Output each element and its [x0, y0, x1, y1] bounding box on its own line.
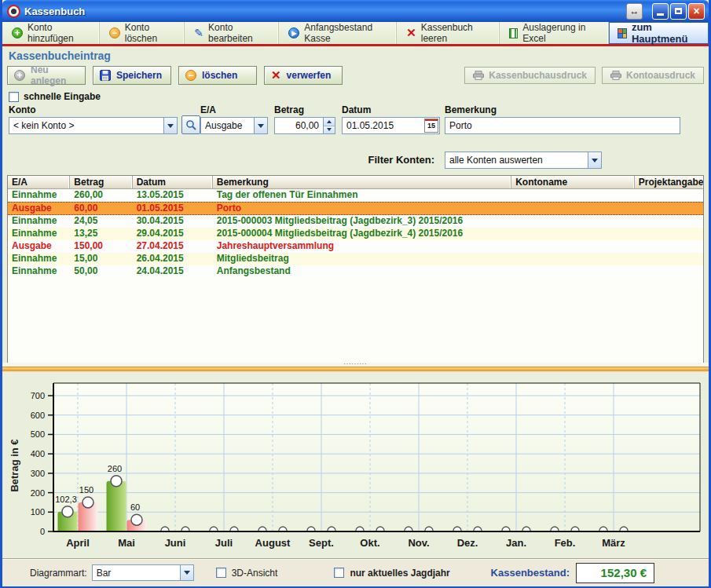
svg-text:Okt.: Okt.: [360, 537, 379, 549]
cell-betrag: 260,00: [70, 189, 132, 202]
toolbar-konto-bearbeiten[interactable]: ✎ Konto bearbeiten: [185, 22, 279, 44]
toolbar-kassenbuch-leeren[interactable]: ✕ Kassenbuch leeren: [397, 22, 500, 44]
cell-datum: 30.04.2015: [133, 215, 213, 228]
spin-down-button[interactable]: [324, 126, 335, 134]
button-label: Kassenbuchausdruck: [489, 70, 587, 81]
play-circle-icon: ▶: [288, 27, 299, 38]
dropdown-button[interactable]: [588, 152, 601, 168]
titlebar[interactable]: Kassenbuch ↔ ×: [2, 0, 709, 22]
betrag-spinner[interactable]: [323, 118, 335, 133]
toolbar-konto-loeschen[interactable]: − Konto löschen: [100, 22, 185, 44]
3d-ansicht-checkbox[interactable]: [216, 568, 226, 578]
spin-up-button[interactable]: [324, 118, 335, 126]
quick-entry-checkbox[interactable]: [9, 92, 19, 102]
cell-betrag: 50,00: [70, 265, 132, 278]
toolbar-label: Konto löschen: [125, 22, 175, 44]
neu-anlegen-button[interactable]: + Neu anlegen: [7, 66, 86, 85]
dropdown-button[interactable]: [180, 565, 193, 580]
main-menu-button[interactable]: zum Hauptmenü: [609, 22, 709, 44]
diagrammart-label: Diagrammart:: [30, 568, 87, 579]
col-ea[interactable]: E/A: [8, 176, 70, 188]
table-row[interactable]: Einnahme13,2529.04.20152015-000004 Mitgl…: [8, 228, 703, 240]
filter-konten-select[interactable]: alle Konten auswerten: [445, 152, 602, 169]
loeschen-button[interactable]: − löschen: [178, 66, 257, 85]
table-row[interactable]: Ausgabe150,0027.04.2015Jahreshauptversam…: [8, 240, 703, 253]
svg-text:600: 600: [31, 411, 45, 420]
datum-input[interactable]: 01.05.2015 15: [342, 117, 440, 134]
svg-text:Jan.: Jan.: [506, 537, 526, 549]
calendar-button[interactable]: 15: [424, 119, 438, 133]
chevron-down-icon: [592, 159, 598, 166]
toolbar-auslagerung-excel[interactable]: Auslagerung in Excel: [500, 22, 610, 44]
svg-text:Juni: Juni: [165, 537, 186, 549]
cell-projektangaben: [635, 203, 703, 214]
dropdown-button[interactable]: [163, 118, 177, 133]
svg-text:300: 300: [31, 469, 45, 478]
table-row[interactable]: Einnahme50,0024.04.2015Anfangsbestand: [8, 265, 703, 278]
bemerkung-input[interactable]: Porto: [445, 117, 680, 134]
toolbar-label: Kassenbuch leeren: [421, 22, 489, 44]
cell-bemerkung: 2015-000004 Mitgliedsbeitrag (Jagdbezirk…: [213, 228, 511, 240]
pencil-icon: ✎: [194, 27, 203, 39]
cell-betrag: 150,00: [70, 240, 132, 253]
col-betrag[interactable]: Betrag: [70, 176, 132, 188]
bemerkung-value: Porto: [445, 120, 680, 131]
plus-circle-icon: +: [12, 27, 23, 38]
entries-table: E/A Betrag Datum Bemerkung Kontoname Pro…: [7, 175, 704, 384]
maximize-button[interactable]: [670, 3, 687, 20]
svg-text:Betrag in €: Betrag in €: [9, 439, 20, 491]
table-row[interactable]: Ausgabe60,0001.05.2015Porto: [8, 202, 703, 215]
jagdjahr-option: nur aktuelles Jagdjahr: [334, 568, 449, 579]
betrag-value: 60,00: [275, 120, 323, 131]
table-row[interactable]: Einnahme24,0530.04.20152015-000003 Mitgl…: [8, 215, 703, 228]
jagdjahr-checkbox[interactable]: [334, 568, 344, 578]
betrag-input[interactable]: 60,00: [274, 117, 335, 134]
cell-ea: Einnahme: [8, 228, 70, 240]
col-bemerkung[interactable]: Bemerkung: [213, 176, 511, 188]
dropdown-button[interactable]: [254, 118, 267, 133]
cell-datum: 24.04.2015: [133, 265, 213, 278]
magnifier-icon: [185, 119, 196, 130]
ea-value: Ausgabe: [201, 120, 254, 131]
col-projektangaben[interactable]: Projektangaben: [635, 176, 703, 188]
ea-select[interactable]: Ausgabe: [200, 117, 268, 134]
splitter[interactable]: ·········: [2, 363, 709, 371]
minimize-button[interactable]: [652, 3, 669, 20]
close-button[interactable]: ×: [688, 3, 705, 20]
cell-betrag: 13,25: [70, 228, 132, 240]
toolbar-konto-hinzufuegen[interactable]: + Konto hinzufügen: [2, 22, 100, 44]
konto-search-button[interactable]: [181, 115, 200, 134]
resize-button[interactable]: ↔: [626, 3, 643, 20]
bemerkung-label: Bemerkung: [445, 104, 497, 115]
toolbar-anfangsbestand-kasse[interactable]: ▶ Anfangsbestand Kasse: [279, 22, 397, 44]
table-row[interactable]: Einnahme260,0013.05.2015Tag der offenen …: [8, 189, 703, 202]
cell-bemerkung: 2015-000003 Mitgliedsbeitrag (Jagdbezirk…: [213, 215, 511, 228]
col-datum[interactable]: Datum: [133, 176, 213, 188]
cell-projektangaben: [635, 189, 703, 202]
cell-bemerkung: Jahreshauptversammlung: [213, 240, 511, 253]
chevron-down-icon: [327, 128, 332, 133]
button-label: löschen: [202, 70, 237, 81]
entry-form: Konto < kein Konto > E/A Ausgabe Betrag …: [7, 104, 704, 152]
svg-text:150: 150: [79, 485, 93, 495]
table-body: Einnahme260,0013.05.2015Tag der offenen …: [8, 189, 703, 278]
red-x-icon: ✕: [406, 27, 416, 38]
cell-kontoname: [511, 203, 635, 214]
col-kontoname[interactable]: Kontoname: [511, 176, 635, 188]
app-window: Kassenbuch ↔ × + Konto hinzufügen − Kont…: [0, 0, 711, 588]
kontoausdruck-button[interactable]: Kontoausdruck: [602, 67, 704, 84]
page-title: Kassenbucheintrag: [9, 49, 704, 62]
save-icon: [100, 70, 111, 81]
konto-select[interactable]: < kein Konto >: [9, 117, 178, 134]
table-row[interactable]: Einnahme15,0026.04.2015Mitgliedsbeitrag: [8, 253, 703, 265]
cell-ea: Einnahme: [8, 253, 70, 265]
cell-projektangaben: [635, 265, 703, 278]
svg-text:Dez.: Dez.: [457, 537, 478, 549]
cell-betrag: 15,00: [70, 253, 132, 265]
speichern-button[interactable]: Speichern: [93, 66, 171, 85]
minimize-icon: [657, 13, 664, 16]
diagrammart-select[interactable]: Bar: [92, 564, 194, 581]
verwerfen-button[interactable]: ✕ verwerfen: [264, 66, 343, 85]
kassenbuchausdruck-button[interactable]: Kassenbuchausdruck: [464, 67, 596, 84]
svg-text:102,3: 102,3: [55, 495, 77, 504]
